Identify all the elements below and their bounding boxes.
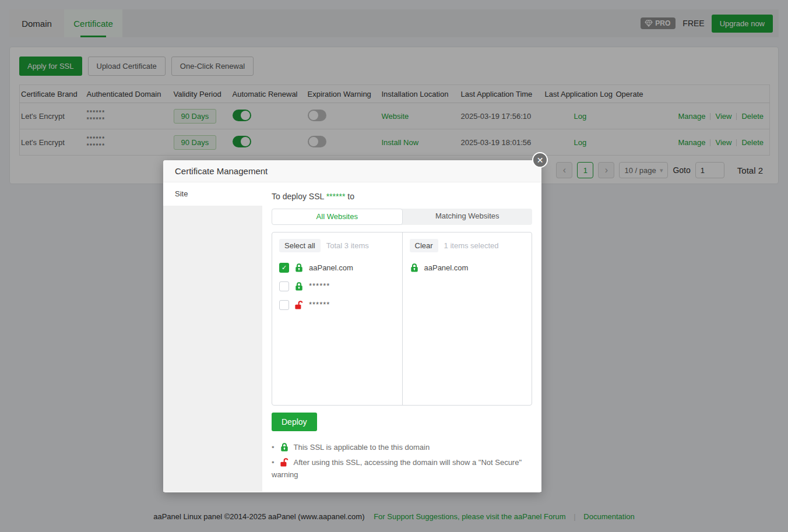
list-item[interactable]: ****** xyxy=(272,295,402,314)
website-filter-tabs: All Websites Matching Websites xyxy=(272,209,532,225)
ssl-name: ****** xyxy=(326,192,346,201)
modal-sidebar: Site xyxy=(163,182,262,492)
selected-panel-header: Clear 1 items selected xyxy=(403,232,532,252)
certificate-management-modal: ✕ Certificate Management Site To deploy … xyxy=(163,160,541,492)
deploy-target-line: To deploy SSL ****** to xyxy=(272,192,532,201)
sidebar-item-label: Site xyxy=(175,189,188,198)
site-label: aaPanel.com xyxy=(424,263,469,272)
bullet-icon: • xyxy=(272,458,275,467)
sidebar-item-site[interactable]: Site xyxy=(163,182,262,206)
selected-summary: 1 items selected xyxy=(444,241,499,250)
check-icon: ✓ xyxy=(282,264,287,272)
tab-matching-websites[interactable]: Matching Websites xyxy=(403,209,533,225)
modal-content: To deploy SSL ****** to All Websites Mat… xyxy=(262,182,541,492)
clear-button[interactable]: Clear xyxy=(410,239,438,252)
site-label: ****** xyxy=(309,283,330,290)
select-all-button[interactable]: Select all xyxy=(279,239,321,252)
deploy-line-prefix: To deploy SSL xyxy=(272,192,326,201)
modal-body: Site To deploy SSL ****** to All Website… xyxy=(163,182,541,492)
modal-header: Certificate Management xyxy=(163,160,541,182)
bullet-icon: • xyxy=(272,443,275,452)
selected-item-list: aaPanel.com xyxy=(403,258,532,277)
modal-close-button[interactable]: ✕ xyxy=(532,152,548,168)
list-item[interactable]: ✓ aaPanel.com xyxy=(272,258,402,277)
modal-title: Certificate Management xyxy=(175,166,268,176)
list-item[interactable]: aaPanel.com xyxy=(403,258,532,277)
ssl-notes: •This SSL is applicable to the this doma… xyxy=(272,441,522,481)
transfer-selected-panel: Clear 1 items selected aaPanel.com xyxy=(402,232,532,405)
site-label: ****** xyxy=(309,301,330,308)
source-summary: Total 3 items xyxy=(326,241,369,250)
lock-closed-icon xyxy=(280,442,289,452)
source-panel-header: Select all Total 3 items xyxy=(272,232,402,252)
deploy-line-suffix: to xyxy=(345,192,354,201)
note-text: After using this SSL, accessing the doma… xyxy=(272,458,522,479)
lock-closed-icon xyxy=(294,263,304,272)
lock-open-icon xyxy=(280,457,289,467)
item-checkbox-checked[interactable]: ✓ xyxy=(279,263,289,273)
lock-closed-icon xyxy=(294,281,304,291)
item-checkbox-unchecked[interactable] xyxy=(279,300,289,310)
note-not-secure: •After using this SSL, accessing the dom… xyxy=(272,456,522,481)
tab-all-websites[interactable]: All Websites xyxy=(272,209,403,225)
note-text: This SSL is applicable to the this domai… xyxy=(294,443,430,452)
item-checkbox-unchecked[interactable] xyxy=(279,281,289,291)
lock-open-icon xyxy=(294,300,304,309)
close-icon: ✕ xyxy=(537,156,544,165)
list-item[interactable]: ****** xyxy=(272,277,402,295)
source-item-list: ✓ aaPanel.com ****** ****** xyxy=(272,258,402,314)
note-applicable: •This SSL is applicable to the this doma… xyxy=(272,441,522,453)
deploy-button[interactable]: Deploy xyxy=(272,413,317,431)
transfer-source-panel: Select all Total 3 items ✓ aaPanel.com * xyxy=(272,232,402,405)
website-transfer-list: Select all Total 3 items ✓ aaPanel.com * xyxy=(272,232,532,406)
site-label: aaPanel.com xyxy=(309,263,353,272)
lock-closed-icon xyxy=(410,263,419,272)
